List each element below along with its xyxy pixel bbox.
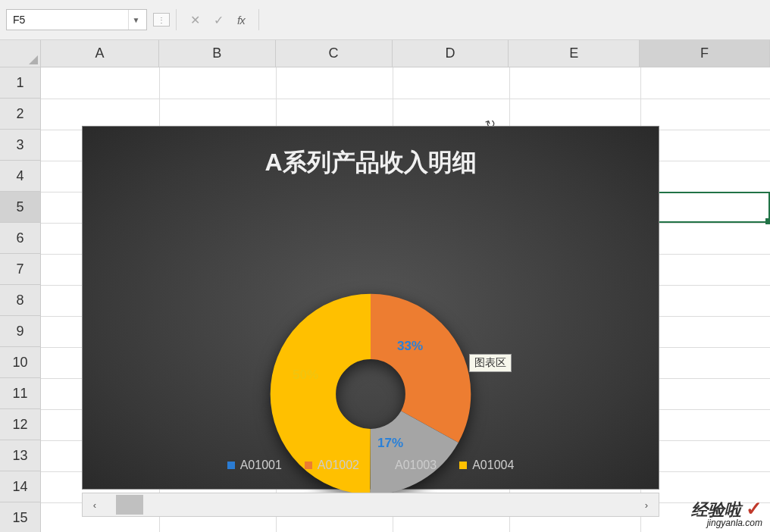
row-header-3[interactable]: 3 bbox=[0, 130, 41, 161]
column-headers: A B C D E F bbox=[41, 40, 770, 67]
legend-label: A01002 bbox=[318, 458, 359, 472]
enter-icon[interactable]: ✓ bbox=[214, 13, 224, 27]
watermark: 经验啦 ✓ jingyanla.com bbox=[691, 499, 762, 527]
legend-item[interactable]: A01001 bbox=[227, 458, 282, 472]
swatch-icon bbox=[382, 462, 390, 469]
gridline bbox=[41, 99, 770, 99]
row-header-11[interactable]: 11 bbox=[0, 378, 41, 409]
row-headers: 1 2 3 4 5 6 7 8 9 10 11 12 13 14 15 bbox=[0, 67, 41, 532]
col-header-F[interactable]: F bbox=[640, 40, 770, 67]
legend-label: A01001 bbox=[240, 458, 282, 472]
watermark-text: 经验啦 bbox=[691, 500, 741, 519]
row-header-13[interactable]: 13 bbox=[0, 440, 41, 471]
row-header-2[interactable]: 2 bbox=[0, 99, 41, 130]
chart-scrollbar[interactable]: ‹ › bbox=[82, 493, 659, 517]
row-header-7[interactable]: 7 bbox=[0, 254, 41, 285]
check-icon: ✓ bbox=[746, 497, 762, 520]
legend-item[interactable]: A01004 bbox=[459, 458, 514, 472]
scroll-track[interactable] bbox=[107, 493, 634, 516]
chart-title[interactable]: A系列产品收入明细 bbox=[83, 127, 659, 180]
row-header-9[interactable]: 9 bbox=[0, 316, 41, 347]
fx-icon[interactable]: fx bbox=[237, 14, 245, 27]
divider bbox=[176, 9, 177, 30]
row-header-15[interactable]: 15 bbox=[0, 502, 41, 532]
swatch-icon bbox=[459, 462, 467, 469]
watermark-url: jingyanla.com bbox=[691, 518, 762, 527]
spreadsheet-grid[interactable]: A B C D E F 1 2 3 4 5 6 7 8 9 10 11 12 1… bbox=[0, 40, 770, 532]
cancel-icon[interactable]: ✕ bbox=[190, 13, 200, 27]
scroll-right-icon[interactable]: › bbox=[634, 493, 659, 516]
scroll-thumb[interactable] bbox=[116, 495, 143, 515]
row-header-6[interactable]: 6 bbox=[0, 223, 41, 254]
row-header-4[interactable]: 4 bbox=[0, 161, 41, 192]
row-header-14[interactable]: 14 bbox=[0, 471, 41, 502]
formula-bar-row: ▼ ⋮ ✕ ✓ fx bbox=[0, 0, 770, 40]
legend-label: A01003 bbox=[395, 458, 437, 472]
legend-label: A01004 bbox=[472, 458, 514, 472]
swatch-icon bbox=[227, 462, 235, 469]
col-header-B[interactable]: B bbox=[159, 40, 276, 67]
data-label-50: 50% bbox=[293, 368, 318, 383]
col-header-E[interactable]: E bbox=[509, 40, 640, 67]
expand-formula-button[interactable]: ⋮ bbox=[153, 13, 170, 27]
chart-legend[interactable]: A01001 A01002 A01003 A01004 bbox=[83, 458, 659, 472]
col-header-A[interactable]: A bbox=[41, 40, 159, 67]
swatch-icon bbox=[305, 462, 312, 469]
legend-item[interactable]: A01002 bbox=[305, 458, 359, 472]
select-all-corner[interactable] bbox=[0, 40, 41, 67]
col-header-D[interactable]: D bbox=[393, 40, 509, 67]
row-header-1[interactable]: 1 bbox=[0, 67, 41, 99]
active-cell bbox=[640, 192, 770, 223]
fbar-buttons: ✕ ✓ fx bbox=[183, 13, 252, 27]
data-label-33: 33% bbox=[397, 339, 423, 354]
legend-item[interactable]: A01003 bbox=[382, 458, 437, 472]
row-header-10[interactable]: 10 bbox=[0, 347, 41, 378]
name-box[interactable] bbox=[7, 14, 128, 26]
col-header-C[interactable]: C bbox=[276, 40, 393, 67]
row-header-5[interactable]: 5 bbox=[0, 192, 41, 223]
divider bbox=[258, 9, 259, 30]
chart-tooltip: 图表区 bbox=[469, 354, 512, 372]
chart-object[interactable]: A系列产品收入明细 33% 17% 50% 图表区 A01001 A01002 bbox=[82, 126, 659, 490]
row-header-8[interactable]: 8 bbox=[0, 285, 41, 316]
data-label-17: 17% bbox=[377, 436, 403, 451]
row-header-12[interactable]: 12 bbox=[0, 409, 41, 440]
name-box-wrap: ▼ bbox=[6, 9, 147, 30]
formula-input[interactable] bbox=[265, 9, 764, 30]
name-box-dropdown[interactable]: ▼ bbox=[128, 10, 143, 30]
scroll-left-icon[interactable]: ‹ bbox=[83, 493, 107, 516]
